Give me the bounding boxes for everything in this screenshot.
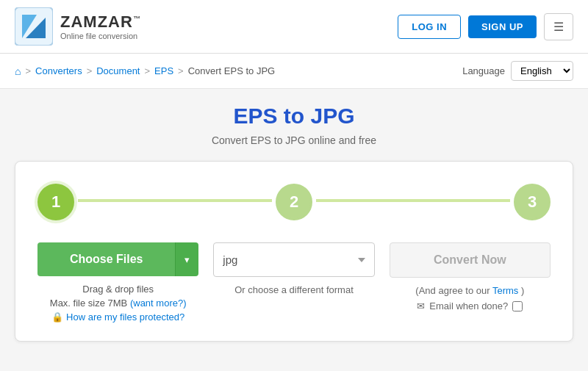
lock-icon: 🔒: [51, 311, 63, 323]
step-circle-2: 2: [276, 184, 312, 220]
want-more-link[interactable]: (want more?): [130, 298, 187, 309]
step-3: 3: [514, 184, 551, 220]
menu-button[interactable]: ☰: [544, 13, 573, 40]
breadcrumb-sep-4: >: [178, 65, 184, 76]
steps-row: 1 2 3: [37, 184, 551, 220]
header-actions: LOG IN SIGN UP ☰: [398, 13, 573, 40]
protect-text: How are my files protected?: [66, 311, 184, 323]
drag-drop-text: Drag & drop files: [82, 284, 154, 295]
breadcrumb-sep-1: >: [25, 65, 31, 76]
step-line-2: [316, 199, 510, 202]
breadcrumb-bar: ⌂ > Converters > Document > EPS > Conver…: [0, 54, 588, 89]
converter-box: 1 2 3 Choose Files: [15, 161, 573, 342]
breadcrumb-document[interactable]: Document: [96, 65, 140, 76]
envelope-icon: ✉: [417, 300, 425, 311]
terms-link[interactable]: Terms: [492, 285, 518, 296]
logo-title: ZAMZAR™: [60, 12, 141, 32]
step-circle-1: 1: [37, 184, 74, 220]
page-title: EPS to JPG: [15, 104, 573, 129]
action-col-1: Choose Files ▾ Drag & drop files Max. fi…: [37, 242, 198, 323]
email-checkbox[interactable]: [512, 301, 523, 311]
main-content: EPS to JPG Convert EPS to JPG online and…: [0, 89, 588, 364]
language-area: Language English French German Spanish I…: [462, 61, 573, 81]
zamzar-logo-icon: [15, 7, 53, 46]
language-select[interactable]: English French German Spanish Italian: [511, 61, 573, 81]
format-select-wrapper: jpg png gif bmp tiff: [213, 242, 374, 277]
email-row: ✉ Email when done?: [417, 300, 523, 311]
breadcrumb-sep-2: >: [87, 65, 93, 76]
action-col-2: jpg png gif bmp tiff Or choose a differe…: [213, 242, 374, 295]
logo-text: ZAMZAR™ Online file conversion: [60, 12, 141, 40]
breadcrumb-sep-3: >: [144, 65, 150, 76]
logo-subtitle: Online file conversion: [60, 32, 141, 40]
chevron-down-icon: ▾: [184, 254, 190, 265]
breadcrumb-converters[interactable]: Converters: [35, 65, 82, 76]
step-circle-3: 3: [514, 184, 551, 220]
header: ZAMZAR™ Online file conversion LOG IN SI…: [0, 0, 588, 54]
step-2: 2: [276, 184, 312, 220]
hamburger-icon: ☰: [553, 21, 564, 33]
signup-button[interactable]: SIGN UP: [468, 15, 537, 38]
format-select[interactable]: jpg png gif bmp tiff: [213, 242, 374, 277]
action-row: Choose Files ▾ Drag & drop files Max. fi…: [37, 242, 551, 323]
logo-area: ZAMZAR™ Online file conversion: [15, 7, 141, 46]
login-button[interactable]: LOG IN: [398, 15, 461, 39]
page-title-area: EPS to JPG: [15, 104, 573, 129]
agree-text: (And agree to our Terms ): [415, 285, 524, 296]
max-file-text: Max. file size 7MB (want more?): [50, 298, 187, 309]
choose-files-wrapper: Choose Files ▾: [37, 242, 198, 276]
choose-files-button[interactable]: Choose Files: [37, 242, 175, 276]
protect-link[interactable]: 🔒 How are my files protected?: [51, 311, 184, 323]
step-1: 1: [37, 184, 74, 220]
step-line-1: [78, 199, 272, 202]
breadcrumb-current: Convert EPS to JPG: [188, 65, 276, 76]
page-subtitle: Convert EPS to JPG online and free: [15, 134, 573, 146]
breadcrumb-eps[interactable]: EPS: [154, 65, 173, 76]
language-label: Language: [462, 65, 505, 76]
home-icon: ⌂: [15, 65, 21, 77]
convert-button[interactable]: Convert Now: [390, 242, 551, 278]
svg-rect-0: [15, 7, 53, 46]
action-col-3: Convert Now (And agree to our Terms ) ✉ …: [390, 242, 551, 311]
breadcrumb: ⌂ > Converters > Document > EPS > Conver…: [15, 65, 275, 77]
choose-files-dropdown-button[interactable]: ▾: [175, 242, 198, 276]
format-sublabel: Or choose a different format: [234, 284, 354, 295]
breadcrumb-home[interactable]: ⌂: [15, 65, 21, 77]
email-label: Email when done?: [429, 300, 508, 311]
